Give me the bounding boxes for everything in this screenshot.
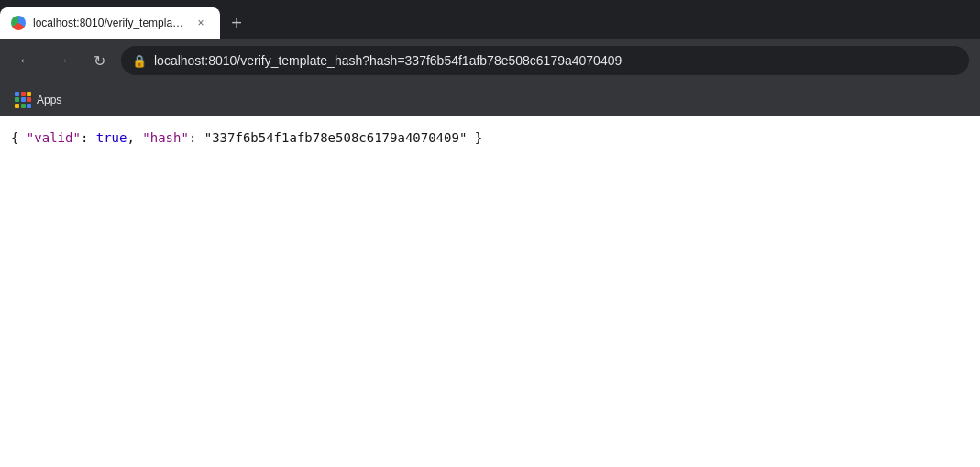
json-hash-value: "337f6b54f1afb78e508c6179a4070409": [204, 130, 468, 145]
tab-bar: localhost:8010/verify_template_h × +: [0, 0, 980, 39]
bookmarks-bar: Apps: [0, 83, 980, 116]
json-hash-key: "hash": [142, 130, 189, 145]
forward-button[interactable]: →: [48, 46, 77, 75]
apps-grid-icon: [15, 92, 31, 108]
new-tab-button[interactable]: +: [224, 10, 249, 36]
json-comma1: ,: [127, 130, 142, 145]
url-text: localhost:8010/verify_template_hash?hash…: [154, 53, 958, 68]
json-valid-key: "valid": [27, 130, 81, 145]
address-bar[interactable]: 🔒 localhost:8010/verify_template_hash?ha…: [121, 46, 969, 75]
reload-button[interactable]: ↻: [84, 46, 114, 75]
json-open-brace: {: [11, 130, 27, 145]
page-content: { "valid": true, "hash": "337f6b54f1afb7…: [0, 116, 980, 160]
apps-label: Apps: [37, 94, 61, 106]
json-colon1: :: [81, 130, 96, 145]
nav-bar: ← → ↻ 🔒 localhost:8010/verify_template_h…: [0, 39, 980, 83]
json-output: { "valid": true, "hash": "337f6b54f1afb7…: [11, 130, 482, 145]
back-button[interactable]: ←: [11, 46, 40, 75]
url-path: :8010/verify_template_hash?hash=337f6b54…: [204, 53, 622, 68]
json-valid-value: true: [96, 130, 127, 145]
lock-icon: 🔒: [132, 54, 147, 68]
apps-button[interactable]: Apps: [7, 88, 69, 112]
url-host: localhost: [154, 53, 204, 68]
tab-favicon: [11, 16, 26, 30]
tab-title: localhost:8010/verify_template_h: [33, 17, 185, 29]
browser-chrome: localhost:8010/verify_template_h × + ← →…: [0, 0, 980, 116]
tab-close-button[interactable]: ×: [193, 15, 209, 31]
active-tab[interactable]: localhost:8010/verify_template_h ×: [0, 7, 220, 39]
json-close-brace: }: [467, 130, 482, 145]
json-colon2: :: [189, 130, 204, 145]
